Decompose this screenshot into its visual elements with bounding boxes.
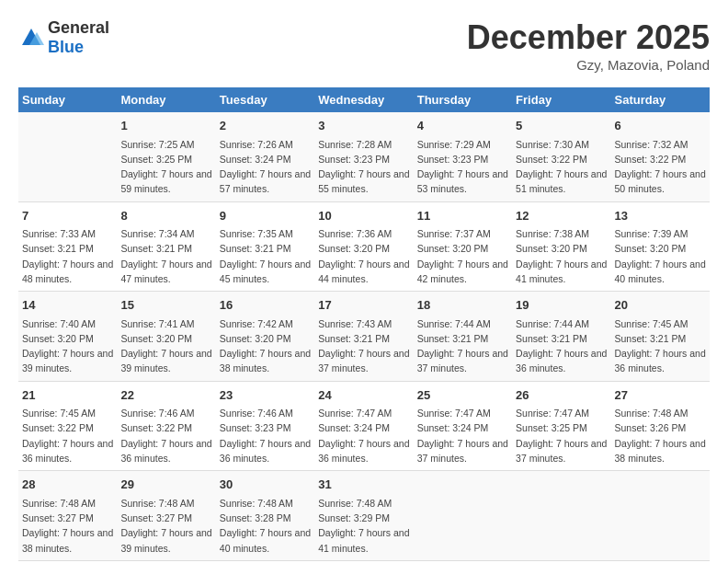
day-number: 18 xyxy=(417,296,508,315)
day-info: Sunrise: 7:40 AMSunset: 3:20 PMDaylight:… xyxy=(22,316,113,376)
calendar-cell: 19Sunrise: 7:44 AMSunset: 3:21 PMDayligh… xyxy=(512,292,610,382)
day-info: Sunrise: 7:46 AMSunset: 3:23 PMDaylight:… xyxy=(220,406,311,465)
day-number: 22 xyxy=(120,386,211,405)
day-info: Sunrise: 7:48 AMSunset: 3:26 PMDaylight:… xyxy=(615,406,706,465)
calendar-cell: 6Sunrise: 7:32 AMSunset: 3:22 PMDaylight… xyxy=(611,112,710,201)
calendar-cell: 7Sunrise: 7:33 AMSunset: 3:21 PMDaylight… xyxy=(18,201,117,292)
day-info: Sunrise: 7:48 AMSunset: 3:28 PMDaylight:… xyxy=(220,496,311,556)
calendar-cell: 27Sunrise: 7:48 AMSunset: 3:26 PMDayligh… xyxy=(611,381,710,471)
header-row: Sunday Monday Tuesday Wednesday Thursday… xyxy=(18,87,710,112)
day-info: Sunrise: 7:33 AMSunset: 3:21 PMDaylight:… xyxy=(22,226,113,286)
calendar-cell: 11Sunrise: 7:37 AMSunset: 3:20 PMDayligh… xyxy=(414,201,512,292)
day-number: 25 xyxy=(417,386,508,405)
day-info: Sunrise: 7:37 AMSunset: 3:20 PMDaylight:… xyxy=(417,226,508,286)
day-info: Sunrise: 7:48 AMSunset: 3:27 PMDaylight:… xyxy=(120,496,211,556)
day-number: 23 xyxy=(220,386,311,405)
day-info: Sunrise: 7:30 AMSunset: 3:22 PMDaylight:… xyxy=(516,137,607,197)
day-info: Sunrise: 7:32 AMSunset: 3:22 PMDaylight:… xyxy=(615,137,706,197)
day-info: Sunrise: 7:48 AMSunset: 3:27 PMDaylight:… xyxy=(22,496,113,556)
calendar-cell xyxy=(611,471,710,561)
calendar-cell: 3Sunrise: 7:28 AMSunset: 3:23 PMDaylight… xyxy=(314,112,413,201)
title-area: December 2025 Gzy, Mazovia, Poland xyxy=(467,18,710,73)
day-number: 4 xyxy=(417,117,508,135)
calendar-cell xyxy=(512,471,610,561)
day-number: 21 xyxy=(22,386,113,405)
calendar-cell: 2Sunrise: 7:26 AMSunset: 3:24 PMDaylight… xyxy=(216,112,314,201)
calendar-cell: 14Sunrise: 7:40 AMSunset: 3:20 PMDayligh… xyxy=(18,292,117,382)
calendar-cell: 10Sunrise: 7:36 AMSunset: 3:20 PMDayligh… xyxy=(314,201,413,292)
calendar-cell: 16Sunrise: 7:42 AMSunset: 3:20 PMDayligh… xyxy=(216,292,314,382)
calendar-week-1: 1Sunrise: 7:25 AMSunset: 3:25 PMDaylight… xyxy=(18,112,710,201)
day-number: 1 xyxy=(120,117,211,135)
day-info: Sunrise: 7:25 AMSunset: 3:25 PMDaylight:… xyxy=(120,137,211,197)
day-number: 16 xyxy=(220,296,311,315)
day-number: 7 xyxy=(22,207,113,225)
day-info: Sunrise: 7:41 AMSunset: 3:20 PMDaylight:… xyxy=(120,316,211,376)
day-number: 17 xyxy=(318,296,409,315)
day-info: Sunrise: 7:38 AMSunset: 3:20 PMDaylight:… xyxy=(516,226,607,286)
col-tuesday: Tuesday xyxy=(216,87,314,112)
day-info: Sunrise: 7:34 AMSunset: 3:21 PMDaylight:… xyxy=(120,226,211,286)
day-info: Sunrise: 7:48 AMSunset: 3:29 PMDaylight:… xyxy=(318,496,409,556)
calendar-cell: 24Sunrise: 7:47 AMSunset: 3:24 PMDayligh… xyxy=(314,381,413,471)
day-info: Sunrise: 7:36 AMSunset: 3:20 PMDaylight:… xyxy=(318,226,409,286)
day-number: 14 xyxy=(22,296,113,315)
logo-general: General xyxy=(48,18,109,37)
calendar-cell: 17Sunrise: 7:43 AMSunset: 3:21 PMDayligh… xyxy=(314,292,413,382)
day-info: Sunrise: 7:44 AMSunset: 3:21 PMDaylight:… xyxy=(417,316,508,376)
day-number: 6 xyxy=(615,117,706,135)
calendar-table: Sunday Monday Tuesday Wednesday Thursday… xyxy=(18,87,710,561)
day-info: Sunrise: 7:47 AMSunset: 3:24 PMDaylight:… xyxy=(417,406,508,465)
day-number: 2 xyxy=(220,117,311,135)
day-info: Sunrise: 7:47 AMSunset: 3:24 PMDaylight:… xyxy=(318,406,409,465)
calendar-cell: 15Sunrise: 7:41 AMSunset: 3:20 PMDayligh… xyxy=(117,292,215,382)
day-info: Sunrise: 7:35 AMSunset: 3:21 PMDaylight:… xyxy=(220,226,311,286)
day-number: 15 xyxy=(120,296,211,315)
calendar-cell xyxy=(18,112,117,201)
day-number: 31 xyxy=(318,476,409,494)
calendar-cell: 23Sunrise: 7:46 AMSunset: 3:23 PMDayligh… xyxy=(216,381,314,471)
col-friday: Friday xyxy=(512,87,610,112)
calendar-cell: 18Sunrise: 7:44 AMSunset: 3:21 PMDayligh… xyxy=(414,292,512,382)
calendar-week-5: 28Sunrise: 7:48 AMSunset: 3:27 PMDayligh… xyxy=(18,471,710,561)
calendar-cell: 20Sunrise: 7:45 AMSunset: 3:21 PMDayligh… xyxy=(611,292,710,382)
day-number: 27 xyxy=(615,386,706,405)
day-number: 13 xyxy=(615,207,706,225)
calendar-cell: 28Sunrise: 7:48 AMSunset: 3:27 PMDayligh… xyxy=(18,471,117,561)
day-number: 29 xyxy=(120,476,211,494)
day-number: 20 xyxy=(615,296,706,315)
col-wednesday: Wednesday xyxy=(314,87,413,112)
col-thursday: Thursday xyxy=(414,87,512,112)
calendar-cell: 25Sunrise: 7:47 AMSunset: 3:24 PMDayligh… xyxy=(414,381,512,471)
col-sunday: Sunday xyxy=(18,87,117,112)
day-number: 28 xyxy=(22,476,113,494)
page-header: General Blue December 2025 Gzy, Mazovia,… xyxy=(18,18,710,73)
day-info: Sunrise: 7:46 AMSunset: 3:22 PMDaylight:… xyxy=(120,406,211,465)
day-info: Sunrise: 7:43 AMSunset: 3:21 PMDaylight:… xyxy=(318,316,409,376)
calendar-cell: 1Sunrise: 7:25 AMSunset: 3:25 PMDaylight… xyxy=(117,112,215,201)
col-saturday: Saturday xyxy=(611,87,710,112)
day-info: Sunrise: 7:28 AMSunset: 3:23 PMDaylight:… xyxy=(318,137,409,197)
calendar-week-4: 21Sunrise: 7:45 AMSunset: 3:22 PMDayligh… xyxy=(18,381,710,471)
day-info: Sunrise: 7:44 AMSunset: 3:21 PMDaylight:… xyxy=(516,316,607,376)
calendar-cell: 21Sunrise: 7:45 AMSunset: 3:22 PMDayligh… xyxy=(18,381,117,471)
day-number: 8 xyxy=(120,207,211,225)
calendar-cell: 5Sunrise: 7:30 AMSunset: 3:22 PMDaylight… xyxy=(512,112,610,201)
month-title: December 2025 xyxy=(467,18,710,57)
location-subtitle: Gzy, Mazovia, Poland xyxy=(467,57,710,73)
calendar-cell: 4Sunrise: 7:29 AMSunset: 3:23 PMDaylight… xyxy=(414,112,512,201)
day-number: 10 xyxy=(318,207,409,225)
logo-icon xyxy=(18,25,44,51)
day-number: 12 xyxy=(516,207,607,225)
calendar-cell: 9Sunrise: 7:35 AMSunset: 3:21 PMDaylight… xyxy=(216,201,314,292)
calendar-cell: 22Sunrise: 7:46 AMSunset: 3:22 PMDayligh… xyxy=(117,381,215,471)
day-number: 26 xyxy=(516,386,607,405)
calendar-week-2: 7Sunrise: 7:33 AMSunset: 3:21 PMDaylight… xyxy=(18,201,710,292)
day-info: Sunrise: 7:47 AMSunset: 3:25 PMDaylight:… xyxy=(516,406,607,465)
day-number: 30 xyxy=(220,476,311,494)
logo-text: General Blue xyxy=(48,18,109,57)
calendar-cell: 13Sunrise: 7:39 AMSunset: 3:20 PMDayligh… xyxy=(611,201,710,292)
calendar-cell: 31Sunrise: 7:48 AMSunset: 3:29 PMDayligh… xyxy=(314,471,413,561)
logo-blue: Blue xyxy=(48,38,84,56)
calendar-cell: 26Sunrise: 7:47 AMSunset: 3:25 PMDayligh… xyxy=(512,381,610,471)
